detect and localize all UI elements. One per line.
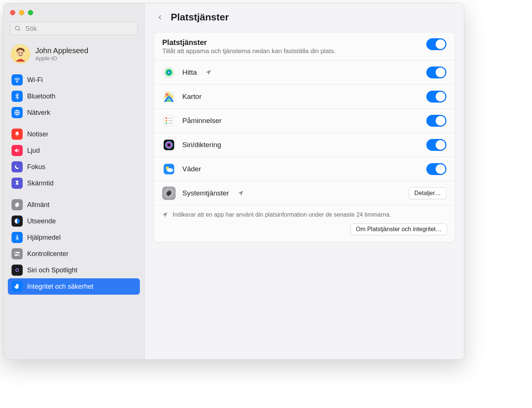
sidebar-item-sk-rmtid[interactable]: Skärmtid [8,175,140,191]
sidebar-item-allm-nt[interactable]: Allmänt [8,197,140,213]
master-toggle[interactable] [426,38,446,50]
sidebar-item-ljud[interactable]: Ljud [8,142,140,159]
system-services-details-button[interactable]: Detaljer… [409,187,446,199]
appearance-icon [12,216,23,227]
search-input[interactable] [10,22,138,35]
master-toggle-row: Platstjänster Tillåt att apparna och tjä… [154,32,455,61]
footer-note: Indikerar att en app har använt din plat… [161,211,447,218]
sidebar-item-label: Ljud [27,147,40,155]
svg-point-39 [167,168,173,172]
app-toggle-siri-diktering[interactable] [426,139,446,151]
globe-icon [12,107,23,118]
sidebar-item-label: Skärmtid [27,179,54,187]
sidebar-item-bluetooth[interactable]: Bluetooth [8,88,140,104]
sidebar-item-fokus[interactable]: Fokus [8,159,140,175]
sidebar-item-label: Siri och Spotlight [27,266,77,274]
app-toggle-kartor[interactable] [426,91,446,103]
app-row-v-der: Väder [154,157,455,181]
avatar [11,44,30,64]
svg-line-1 [19,29,20,31]
accessibility-icon [12,232,23,243]
location-arrow-icon [205,69,212,76]
app-name: Siri/diktering [182,141,221,149]
app-name: Väder [182,165,201,173]
sidebar-item-label: Nätverk [27,109,50,117]
app-row-kartor: Kartor [154,85,455,109]
svg-point-25 [166,93,168,96]
app-name: Påminnelser [182,117,222,125]
apple-id-item[interactable]: John Appleseed Apple-ID [8,42,140,70]
app-row-siri-diktering: Siri/diktering [154,133,455,157]
window-controls [8,7,140,20]
account-sub: Apple-ID [35,55,88,61]
search-icon [15,25,21,32]
sidebar-item-siri-och-spotlight[interactable]: Siri och Spotlight [8,262,140,278]
svg-point-16 [15,268,20,273]
svg-point-27 [166,117,167,119]
settings-window: John Appleseed Apple-ID Wi-FiBluetoothNä… [3,3,464,360]
maps-icon [162,90,176,103]
master-title: Platstjänster [162,38,419,47]
maximize-button[interactable] [28,10,33,15]
svg-point-11 [16,235,17,236]
bluetooth-icon [12,91,23,102]
sidebar: John Appleseed Apple-ID Wi-FiBluetoothNä… [3,3,145,359]
sidebar-item-label: Notiser [27,130,48,138]
sidebar-item-label: Kontrollcenter [27,250,68,258]
wifi-icon [12,74,23,85]
app-row-p-minnelser: Påminnelser [154,109,455,133]
sidebar-item-wi-fi[interactable]: Wi-Fi [8,72,140,88]
about-privacy-button[interactable]: Om Platstjänster och integritet… [350,223,447,235]
svg-point-23 [168,72,170,73]
app-name: Hitta [182,68,197,77]
app-toggle-p-minnelser[interactable] [426,115,446,127]
sidebar-item-kontrollcenter[interactable]: Kontrollcenter [8,246,140,262]
sidebar-item-label: Wi-Fi [27,76,43,84]
system-services-label: Systemtjänster [182,189,229,197]
page-title: Platstjänster [171,12,229,23]
account-name: John Appleseed [35,46,88,55]
svg-rect-8 [17,135,18,136]
svg-point-29 [166,123,167,124]
svg-point-14 [15,252,16,253]
hand-icon [12,281,23,292]
app-toggle-v-der[interactable] [426,163,446,175]
search-field[interactable] [10,22,138,35]
switches-icon [12,248,23,259]
sidebar-item-notiser[interactable]: Notiser [8,126,140,142]
svg-point-15 [18,255,19,256]
svg-point-4 [18,52,19,54]
minimize-button[interactable] [19,10,24,15]
app-toggle-hitta[interactable] [426,67,446,78]
sidebar-item-utseende[interactable]: Utseende [8,213,140,229]
hourglass-icon [12,178,23,189]
gear-icon [12,199,23,210]
content-header: Platstjänster [145,3,464,28]
sidebar-item-label: Bluetooth [27,93,55,100]
sidebar-item-label: Fokus [27,163,45,171]
sidebar-item-integritet-och-s-kerhet[interactable]: Integritet och säkerhet [8,278,140,295]
system-services-row: Systemtjänster Detaljer… [154,181,455,205]
bell-icon [12,129,23,140]
sidebar-item-label: Utseende [27,217,56,225]
sound-icon [12,145,23,156]
svg-point-3 [17,50,24,57]
sidebar-item-n-tverk[interactable]: Nätverk [8,104,140,121]
location-arrow-icon [237,190,244,197]
siri-round-icon [162,138,176,152]
reminders-icon [162,114,176,127]
content-area: Platstjänster Platstjänster Tillåt att a… [145,3,464,359]
sidebar-item-label: Allmänt [27,201,49,209]
close-button[interactable] [10,10,15,15]
sidebar-item-label: Hjälpmedel [27,234,61,242]
siri-icon [12,265,23,276]
back-button[interactable] [154,12,166,23]
svg-point-5 [22,52,23,54]
sidebar-item-label: Integritet och säkerhet [27,283,93,291]
location-panel: Platstjänster Tillåt att apparna och tjä… [154,32,455,242]
findmy-icon [162,66,176,79]
sidebar-item-hj-lpmedel[interactable]: Hjälpmedel [8,229,140,246]
master-desc: Tillåt att apparna och tjänsterna nedan … [162,48,419,55]
svg-point-0 [15,26,19,30]
app-name: Kartor [182,93,202,101]
